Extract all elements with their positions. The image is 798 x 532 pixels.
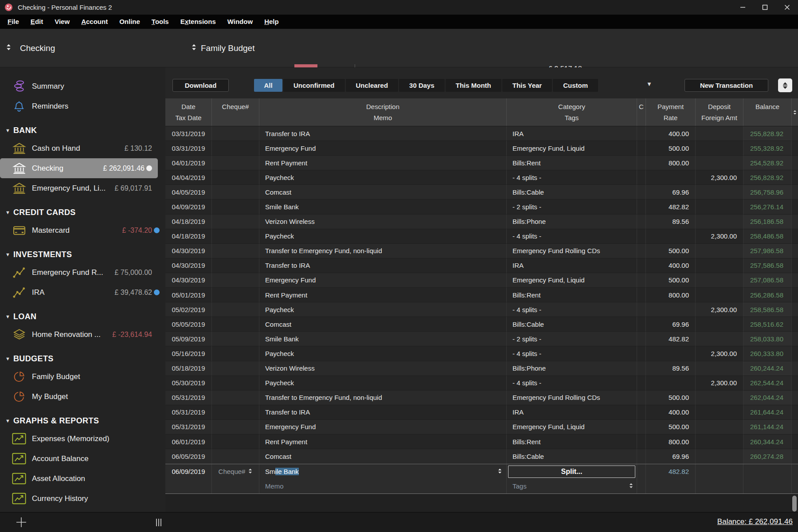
- menu-extensions[interactable]: Extensions: [175, 15, 222, 29]
- sidebar-item-reminders[interactable]: Reminders: [0, 96, 165, 116]
- transaction-row[interactable]: 05/09/2019Smile Bank- 2 splits -482.8225…: [165, 332, 798, 346]
- column-header-cleared[interactable]: C: [637, 98, 646, 126]
- column-header-category[interactable]: Category Tags: [507, 98, 637, 126]
- transaction-row[interactable]: 03/31/2019Emergency FundEmergency Fund, …: [165, 141, 798, 156]
- sidebar-item-expenses[interactable]: Expenses: [0, 509, 165, 512]
- sidebar-section-investments[interactable]: ▼INVESTMENTS: [0, 246, 165, 262]
- transaction-row[interactable]: 04/18/2019Paycheck- 4 splits -2,300.0025…: [165, 229, 798, 244]
- filter-tab-30-days[interactable]: 30 Days: [399, 79, 445, 92]
- minimize-button[interactable]: [732, 0, 754, 15]
- sidebar-section-loan[interactable]: ▼LOAN: [0, 309, 165, 325]
- cell-balance: 257,586.58: [743, 258, 792, 273]
- cell-deposit: [696, 200, 743, 214]
- filter-tab-unconfirmed[interactable]: Unconfirmed: [283, 79, 345, 92]
- sidebar-section-budgets[interactable]: ▼BUDGETS: [0, 351, 165, 367]
- filter-tab-uncleared[interactable]: Uncleared: [346, 79, 399, 92]
- account-switcher[interactable]: Checking: [6, 29, 55, 67]
- sidebar-item-cash-on-hand[interactable]: Cash on Hand£ 130.12: [0, 138, 165, 158]
- edit-tags-field[interactable]: Tags: [507, 479, 637, 493]
- sidebar-item-summary[interactable]: Summary: [0, 76, 165, 96]
- transaction-row[interactable]: 03/31/2019Transfer to IRAIRA400.00255,82…: [165, 126, 798, 141]
- transaction-row[interactable]: 05/01/2019Rent PaymentBills:Rent800.0025…: [165, 288, 798, 302]
- edit-memo-field[interactable]: Memo: [259, 479, 507, 493]
- add-transaction-button[interactable]: [15, 516, 27, 528]
- sidebar-item-currency-history[interactable]: Currency History: [0, 489, 165, 509]
- menu-tools[interactable]: Tools: [146, 15, 175, 29]
- edit-date-field[interactable]: 06/09/2019: [165, 464, 212, 479]
- menu-online[interactable]: Online: [113, 15, 146, 29]
- transaction-row[interactable]: 04/09/2019Smile Bank- 2 splits -482.8225…: [165, 200, 798, 214]
- sidebar-section-graphs-reports[interactable]: ▼GRAPHS & REPORTS: [0, 413, 165, 429]
- sidebar-section-bank[interactable]: ▼BANK: [0, 122, 165, 138]
- sidebar-item-expenses-memorized[interactable]: Expenses (Memorized): [0, 429, 165, 449]
- transaction-row[interactable]: 04/30/2019Emergency FundEmergency Fund, …: [165, 273, 798, 288]
- edit-payment-field[interactable]: 482.82: [646, 464, 696, 479]
- custom-filter-dropdown-icon[interactable]: ▼: [646, 81, 652, 87]
- menu-help[interactable]: Help: [258, 15, 285, 29]
- menu-window[interactable]: Window: [222, 15, 258, 29]
- download-button[interactable]: Download: [172, 79, 229, 92]
- menu-edit[interactable]: Edit: [25, 15, 49, 29]
- transaction-row[interactable]: 05/31/2019Transfer to IRAIRA400.00261,64…: [165, 405, 798, 420]
- filter-tab-all[interactable]: All: [254, 79, 282, 92]
- transaction-row[interactable]: 04/30/2019Transfer to Emergency Fund, no…: [165, 244, 798, 258]
- new-transaction-button[interactable]: New Transaction: [685, 79, 768, 92]
- menu-view[interactable]: View: [49, 15, 75, 29]
- edit-deposit-field[interactable]: [696, 464, 743, 479]
- sidebar-item-checking[interactable]: Checking£ 262,091.46: [0, 158, 158, 178]
- sidebar-item-mastercard[interactable]: Mastercard£ -374.20: [0, 220, 165, 240]
- column-header-balance[interactable]: Balance: [743, 98, 792, 126]
- transaction-row[interactable]: 04/18/2019Verizon WirelessBills:Phone89.…: [165, 215, 798, 229]
- cell-date: 04/05/2019: [165, 185, 212, 200]
- vertical-scrollbar-thumb[interactable]: [792, 496, 797, 512]
- cell-cleared: [637, 273, 646, 288]
- column-options-icon[interactable]: [792, 98, 798, 126]
- transaction-row[interactable]: 05/31/2019Transfer to Emergency Fund, no…: [165, 391, 798, 405]
- column-header-date[interactable]: Date Tax Date: [165, 98, 212, 126]
- transaction-row[interactable]: 05/02/2019Paycheck- 4 splits -2,300.0025…: [165, 302, 798, 317]
- pie-chart-icon: [12, 369, 27, 384]
- transaction-row[interactable]: 06/01/2019Rent PaymentBills:Rent800.0026…: [165, 434, 798, 449]
- transaction-row[interactable]: 04/30/2019Transfer to IRAIRA400.00257,58…: [165, 258, 798, 273]
- transaction-row[interactable]: 06/05/2019ComcastBills:Cable69.96260,274…: [165, 449, 798, 464]
- cell-date: 04/18/2019: [165, 229, 212, 244]
- column-header-deposit[interactable]: Deposit Foreign Amt: [696, 98, 743, 126]
- filter-tab-custom[interactable]: Custom: [553, 79, 598, 92]
- sidebar-item-home-renovation[interactable]: Home Renovation ...£ -23,614.94: [0, 325, 165, 344]
- menu-file[interactable]: File: [2, 15, 25, 29]
- transaction-row[interactable]: 05/18/2019Verizon WirelessBills:Phone89.…: [165, 361, 798, 376]
- sidebar-item-ira[interactable]: IRA£ 39,478.62: [0, 282, 165, 302]
- transaction-row[interactable]: 05/16/2019Paycheck- 4 splits -2,300.0026…: [165, 346, 798, 361]
- transaction-row[interactable]: 05/05/2019ComcastBills:Cable69.96258,516…: [165, 317, 798, 332]
- transaction-row[interactable]: 04/04/2019Paycheck- 4 splits -2,300.0025…: [165, 170, 798, 185]
- menu-account[interactable]: Account: [75, 15, 113, 29]
- column-header-cheque[interactable]: Cheque#: [212, 98, 259, 126]
- filter-tab-this-month[interactable]: This Month: [446, 79, 501, 92]
- cell-description: Paycheck: [259, 376, 507, 391]
- column-header-description[interactable]: Description Memo: [259, 98, 507, 126]
- column-header-payment[interactable]: Payment Rate: [646, 98, 696, 126]
- close-button[interactable]: [776, 0, 798, 15]
- edit-description-field[interactable]: Smile Bank: [259, 464, 507, 479]
- sidebar-item-emergency-fund-li[interactable]: Emergency Fund, Li...£ 69,017.91: [0, 178, 165, 198]
- edit-cheque-field[interactable]: Cheque#: [212, 464, 259, 479]
- sidebar-item-account-balance[interactable]: Account Balance: [0, 449, 165, 469]
- sidebar-item-family-budget[interactable]: Family Budget: [0, 367, 165, 387]
- transaction-row[interactable]: 05/31/2019Emergency FundEmergency Fund, …: [165, 420, 798, 434]
- transaction-row[interactable]: 04/05/2019ComcastBills:Cable69.96256,758…: [165, 185, 798, 200]
- updown-icon[interactable]: [498, 468, 502, 475]
- maximize-button[interactable]: [754, 0, 776, 15]
- split-button[interactable]: Split...: [508, 466, 635, 478]
- filter-tab-this-year[interactable]: This Year: [502, 79, 552, 92]
- sidebar-item-my-budget[interactable]: My Budget: [0, 387, 165, 407]
- sidebar-item-asset-allocation[interactable]: Asset Allocation: [0, 469, 165, 489]
- edit-cleared-cell[interactable]: [637, 464, 646, 479]
- sidebar-section-credit-cards[interactable]: ▼CREDIT CARDS: [0, 204, 165, 220]
- budget-switcher[interactable]: Family Budget: [192, 29, 254, 67]
- sidebar-resize-grip[interactable]: [156, 519, 161, 526]
- status-balance[interactable]: Balance: £ 262,091.46: [717, 517, 793, 526]
- transaction-sort-button[interactable]: [778, 78, 792, 92]
- sidebar-item-emergency-fund-r[interactable]: Emergency Fund R...£ 75,000.00: [0, 262, 165, 282]
- transaction-row[interactable]: 04/01/2019Rent PaymentBills:Rent800.0025…: [165, 156, 798, 170]
- transaction-row[interactable]: 05/30/2019Paycheck- 4 splits -2,300.0026…: [165, 376, 798, 391]
